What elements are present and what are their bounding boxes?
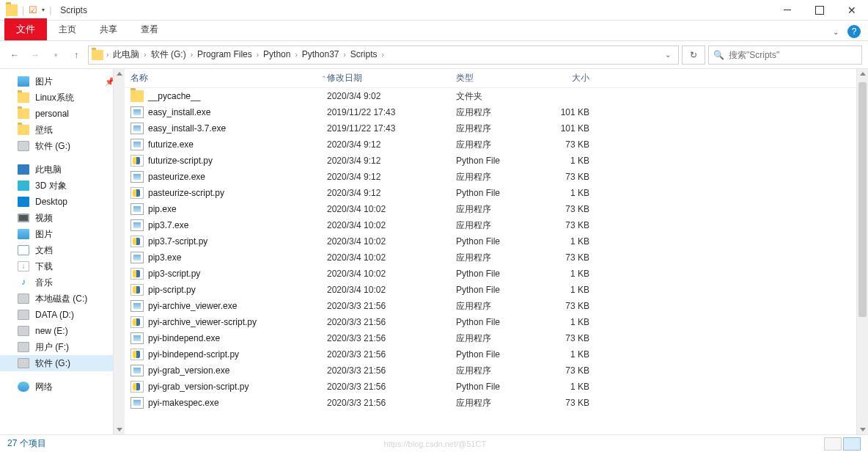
chevron-right-icon[interactable]: ›: [293, 51, 298, 59]
sidebar-item[interactable]: ♪音乐: [0, 274, 124, 291]
file-row[interactable]: pasteurize.exe2020/3/4 9:12应用程序73 KB: [125, 169, 868, 185]
tab-view[interactable]: 查看: [129, 19, 170, 40]
sidebar-item[interactable]: 本地磁盘 (C:): [0, 291, 124, 307]
sidebar-item-label: personal: [35, 109, 69, 119]
sidebar-scrollbar[interactable]: [113, 69, 125, 434]
chevron-right-icon[interactable]: ›: [142, 51, 147, 59]
chevron-right-icon[interactable]: ›: [255, 51, 260, 59]
column-date[interactable]: 修改日期: [327, 72, 456, 84]
sidebar-item[interactable]: 视频: [0, 210, 124, 226]
view-large-button[interactable]: [843, 437, 861, 451]
breadcrumb-segment[interactable]: 此电脑: [110, 49, 142, 59]
breadcrumb-segment[interactable]: Scripts: [347, 49, 380, 59]
file-row[interactable]: pyi-grab_version.exe2020/3/3 21:56应用程序73…: [125, 362, 868, 379]
sidebar-item[interactable]: DATA (D:): [0, 307, 124, 323]
address-bar[interactable]: › 此电脑›软件 (G:)›Program Files›Python›Pytho…: [88, 45, 679, 65]
column-size[interactable]: 大小: [538, 72, 597, 84]
file-row[interactable]: pyi-makespec.exe2020/3/3 21:56应用程序73 KB: [125, 395, 868, 411]
help-icon[interactable]: ?: [847, 25, 861, 38]
breadcrumb-segment[interactable]: 软件 (G:): [148, 49, 189, 59]
sidebar-item[interactable]: new (E:): [0, 323, 124, 339]
breadcrumb-segment[interactable]: Program Files: [194, 49, 255, 59]
tab-share[interactable]: 共享: [88, 19, 129, 40]
file-row[interactable]: pyi-grab_version-script.py2020/3/3 21:56…: [125, 379, 868, 395]
maximize-button[interactable]: [803, 0, 836, 21]
chevron-right-icon[interactable]: ›: [189, 51, 194, 59]
refresh-button[interactable]: ↻: [682, 45, 705, 65]
sidebar-item[interactable]: 软件 (G:): [0, 355, 124, 371]
file-row[interactable]: __pycache__2020/3/4 9:02文件夹: [125, 88, 868, 104]
back-button[interactable]: ←: [6, 46, 23, 64]
chevron-right-icon[interactable]: ›: [105, 51, 110, 59]
tab-home[interactable]: 主页: [47, 19, 88, 40]
sidebar-item[interactable]: Linux系统: [0, 90, 124, 106]
file-row[interactable]: pip3.7.exe2020/3/4 10:02应用程序73 KB: [125, 217, 868, 233]
close-button[interactable]: ✕: [836, 0, 868, 21]
file-size: 73 KB: [538, 365, 597, 376]
forward-button[interactable]: →: [26, 46, 44, 64]
file-row[interactable]: pyi-archive_viewer.exe2020/3/3 21:56应用程序…: [125, 298, 868, 314]
chevron-right-icon[interactable]: ›: [342, 51, 347, 59]
file-row[interactable]: easy_install-3.7.exe2019/11/22 17:43应用程序…: [125, 120, 868, 136]
file-size: 73 KB: [538, 220, 597, 230]
recent-dropdown[interactable]: ▾: [47, 46, 65, 64]
up-button[interactable]: ↑: [67, 46, 85, 64]
chevron-right-icon[interactable]: ›: [380, 51, 386, 59]
file-row[interactable]: pasteurize-script.py2020/3/4 9:12Python …: [125, 185, 868, 201]
sidebar-item[interactable]: 用户 (F:): [0, 339, 124, 355]
file-date: 2020/3/3 21:56: [327, 365, 456, 376]
file-date: 2020/3/4 10:02: [327, 252, 456, 263]
sidebar-item[interactable]: 软件 (G:): [0, 138, 124, 154]
chevron-down-icon[interactable]: ⌄: [833, 28, 839, 36]
file-row[interactable]: pip.exe2020/3/4 10:02应用程序73 KB: [125, 201, 868, 217]
file-row[interactable]: pip3-script.py2020/3/4 10:02Python File1…: [125, 266, 868, 282]
file-row[interactable]: pip-script.py2020/3/4 10:02Python File1 …: [125, 282, 868, 298]
file-name: pasteurize-script.py: [148, 188, 327, 198]
sidebar-item[interactable]: 此电脑: [0, 161, 124, 178]
sidebar-item[interactable]: 网络: [0, 379, 124, 395]
file-icon: [130, 252, 144, 263]
video-icon: [18, 214, 29, 222]
chevron-down-icon[interactable]: ▾: [42, 7, 45, 13]
chevron-down-icon[interactable]: ⌄: [661, 51, 675, 59]
file-row[interactable]: easy_install.exe2019/11/22 17:43应用程序101 …: [125, 104, 868, 120]
check-icon[interactable]: ☑: [29, 4, 37, 15]
file-row[interactable]: pyi-bindepend.exe2020/3/3 21:56应用程序73 KB: [125, 330, 868, 346]
file-row[interactable]: futurize.exe2020/3/4 9:12应用程序73 KB: [125, 136, 868, 153]
sidebar-item-label: 软件 (G:): [35, 357, 70, 370]
sidebar-item[interactable]: ↓下载: [0, 258, 124, 274]
view-details-button[interactable]: [824, 437, 842, 451]
status-bar: 27 个项目 https://blog.csdn.net/@51CT: [0, 434, 868, 452]
sidebar-item[interactable]: personal: [0, 106, 124, 122]
sidebar-item[interactable]: 3D 对象: [0, 178, 124, 194]
file-row[interactable]: pip3.exe2020/3/4 10:02应用程序73 KB: [125, 249, 868, 266]
tab-file[interactable]: 文件: [4, 18, 47, 40]
ribbon: 文件 主页 共享 查看 ⌄ ?: [0, 21, 868, 41]
file-type: 应用程序: [456, 139, 538, 151]
file-row[interactable]: pip3.7-script.py2020/3/4 10:02Python Fil…: [125, 233, 868, 249]
file-row[interactable]: pyi-bindepend-script.py2020/3/3 21:56Pyt…: [125, 346, 868, 362]
search-input[interactable]: [729, 50, 857, 60]
file-row[interactable]: pyi-archive_viewer-script.py2020/3/3 21:…: [125, 314, 868, 330]
column-name[interactable]: 名称⌃: [130, 72, 327, 84]
search-icon: 🔍: [713, 50, 724, 60]
file-size: 101 KB: [538, 107, 597, 117]
sidebar-item[interactable]: 壁纸: [0, 122, 124, 138]
file-row[interactable]: futurize-script.py2020/3/4 9:12Python Fi…: [125, 153, 868, 169]
file-icon: [130, 284, 144, 296]
column-headers: 名称⌃ 修改日期 类型 大小: [125, 69, 868, 88]
file-type: 应用程序: [456, 106, 538, 119]
sidebar-item[interactable]: 图片: [0, 226, 124, 242]
search-box[interactable]: 🔍: [708, 45, 862, 65]
breadcrumb-segment[interactable]: Python37: [299, 49, 342, 59]
minimize-button[interactable]: [771, 0, 803, 21]
music-icon: ♪: [18, 277, 29, 288]
scrollbar-thumb[interactable]: [858, 82, 867, 317]
sidebar-item[interactable]: Desktop: [0, 194, 124, 210]
breadcrumb-segment[interactable]: Python: [260, 49, 293, 59]
sidebar-item-label: 本地磁盘 (C:): [35, 293, 87, 305]
column-type[interactable]: 类型: [456, 72, 538, 84]
scrollbar[interactable]: [856, 69, 868, 434]
sidebar-item[interactable]: 文档: [0, 242, 124, 258]
sidebar-item[interactable]: 图片📌: [0, 73, 124, 90]
